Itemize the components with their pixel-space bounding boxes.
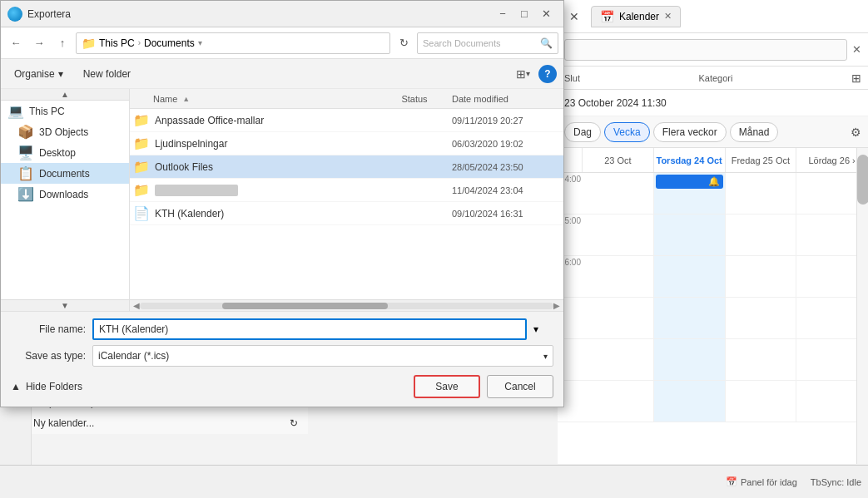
nav-up-btn[interactable]: ↑ bbox=[52, 33, 72, 53]
taskbar-right: 📅 Panel för idag TbSync: Idle bbox=[726, 476, 861, 487]
hscroll-left-arrow[interactable]: ◀ bbox=[133, 301, 140, 310]
cal-event-block[interactable]: 🔔 bbox=[656, 175, 723, 189]
tab-flera-veckor[interactable]: Flera veckor bbox=[653, 122, 727, 142]
cal-grid-row-15: 15:00 bbox=[558, 214, 868, 256]
cal-refresh-icon[interactable]: ↻ bbox=[290, 417, 298, 429]
col-header-status[interactable]: Status bbox=[377, 94, 452, 104]
cal-cell-23-16[interactable] bbox=[583, 256, 654, 297]
folder-icon-anpassade: 📁 bbox=[133, 112, 150, 128]
hscroll-track[interactable] bbox=[140, 303, 553, 309]
nav-scroll-down[interactable]: ▼ bbox=[1, 299, 129, 311]
calendar-search-clear[interactable]: ✕ bbox=[852, 43, 861, 56]
nav-item-documents[interactable]: 📋 Documents bbox=[1, 163, 129, 184]
cal-cell-25-14[interactable] bbox=[726, 173, 797, 214]
dialog-addressbar: ← → ↑ 📁 This PC › Documents ▾ ↻ Search D… bbox=[1, 27, 563, 59]
addr-pc[interactable]: This PC bbox=[99, 37, 135, 49]
dialog-minimize-btn[interactable]: − bbox=[492, 3, 513, 25]
col-header-date[interactable]: Date modified bbox=[452, 94, 560, 104]
dialog-close-btn[interactable]: ✕ bbox=[535, 3, 557, 25]
calendar-tab-close[interactable]: ✕ bbox=[664, 11, 672, 22]
cal-header-kategori: Kategori bbox=[698, 73, 732, 83]
new-folder-btn[interactable]: New folder bbox=[77, 66, 137, 82]
calendar-scroll-right[interactable] bbox=[856, 148, 868, 464]
hscroll-right-arrow[interactable]: ▶ bbox=[553, 301, 560, 310]
calendar-search-input[interactable] bbox=[564, 39, 847, 61]
file-list-header: Name ▲ Status Date modified bbox=[130, 89, 563, 109]
nav-item-downloads[interactable]: ⬇️ Downloads bbox=[1, 184, 129, 205]
cal-grid-row-14: 14:00 🔔 bbox=[558, 173, 868, 214]
hide-folders-label: Hide Folders bbox=[26, 381, 82, 392]
calendar-event-row[interactable]: 23 October 2024 11:30 bbox=[558, 90, 868, 116]
addr-folder[interactable]: Documents bbox=[144, 37, 195, 49]
cal-cell-25-15[interactable] bbox=[726, 214, 797, 255]
calendar-event-headers: Slut Kategori ⊞ bbox=[558, 67, 868, 90]
nav-label-3d: 3D Objects bbox=[39, 126, 88, 138]
cal-grid-row-16: 16:00 bbox=[558, 256, 868, 298]
save-button[interactable]: Save bbox=[414, 375, 480, 398]
cal-day-24oct[interactable]: Torsdag 24 Oct bbox=[654, 148, 726, 172]
nav-forward-btn[interactable]: → bbox=[29, 33, 49, 53]
addr-refresh-btn[interactable]: ↻ bbox=[394, 33, 414, 53]
file-row-anpassade[interactable]: 📁 Anpassade Office-mallar 09/11/2019 20:… bbox=[130, 109, 563, 132]
cal-cell-24-15[interactable] bbox=[654, 214, 726, 255]
file-hscrollbar[interactable]: ◀ ▶ bbox=[130, 299, 563, 311]
nav-back-btn[interactable]: ← bbox=[6, 33, 26, 53]
organise-label: Organise bbox=[14, 68, 55, 80]
nav-item-3dobjects[interactable]: 📦 3D Objects bbox=[1, 121, 129, 142]
filename-label: File name: bbox=[11, 323, 86, 335]
help-btn[interactable]: ? bbox=[538, 65, 557, 83]
cal-header-grid-icon[interactable]: ⊞ bbox=[851, 71, 861, 85]
taskbar-panel-today[interactable]: 📅 Panel för idag bbox=[726, 476, 797, 487]
taskbar: 📅 Panel för idag TbSync: Idle bbox=[0, 465, 868, 498]
file-row-ljud[interactable]: 📁 Ljudinspelningar 06/03/2020 19:02 bbox=[130, 132, 563, 155]
cal-cell-24-16[interactable] bbox=[654, 256, 726, 297]
cal-grid-row-extra2 bbox=[558, 339, 868, 381]
cal-day-23oct[interactable]: 23 Oct bbox=[583, 148, 654, 172]
savetype-label: Save as type: bbox=[11, 350, 86, 362]
file-date-ljud: 06/03/2020 19:02 bbox=[452, 139, 560, 149]
dialog-maximize-btn[interactable]: □ bbox=[513, 3, 535, 25]
nav-scroll-up[interactable]: ▲ bbox=[1, 89, 129, 101]
dialog-bottom: File name: ▾ Save as type: iCalendar (*.… bbox=[1, 311, 563, 407]
dialog-titlebar: Exportera − □ ✕ bbox=[1, 1, 563, 27]
nav-item-thispc[interactable]: 💻 This PC bbox=[1, 101, 129, 121]
savetype-select[interactable]: iCalendar (*.ics) ▾ bbox=[92, 345, 553, 367]
dialog-toolbar: Organise ▾ New folder ⊞ ▾ ? bbox=[1, 59, 563, 89]
calendar-tab[interactable]: 📅 Kalender ✕ bbox=[591, 6, 681, 27]
file-row-unnamed[interactable]: 📁 11/04/2024 23:04 bbox=[130, 179, 563, 202]
view-grid-icon: ⊞ bbox=[516, 67, 526, 81]
cal-cell-24-14[interactable]: 🔔 bbox=[654, 173, 726, 214]
cancel-button[interactable]: Cancel bbox=[487, 375, 553, 398]
tab-manad-label: Månad bbox=[739, 126, 770, 138]
hide-folders-toggle[interactable]: ▲ Hide Folders bbox=[11, 381, 82, 392]
cal-view-settings-icon[interactable]: ⚙ bbox=[851, 126, 861, 139]
col-status-label: Status bbox=[401, 94, 427, 104]
filename-dropdown-btn[interactable]: ▾ bbox=[533, 323, 553, 335]
file-dialog: Exportera − □ ✕ ← → ↑ 📁 This PC › Docume… bbox=[0, 0, 564, 407]
calendar-panel-close[interactable]: ✕ bbox=[561, 3, 588, 30]
file-row-kth[interactable]: 📄 KTH (Kalender) 09/10/2024 16:31 bbox=[130, 202, 563, 225]
file-row-outlook[interactable]: 📁 Outlook Files 28/05/2024 23:50 bbox=[130, 155, 563, 179]
file-date-outlook: 28/05/2024 23:50 bbox=[452, 162, 560, 172]
address-box[interactable]: 📁 This PC › Documents ▾ bbox=[76, 32, 390, 54]
tab-dag[interactable]: Dag bbox=[564, 122, 601, 142]
nav-item-desktop[interactable]: 🖥️ Desktop bbox=[1, 142, 129, 163]
tab-vecka[interactable]: Vecka bbox=[604, 122, 650, 142]
view-toggle-btn[interactable]: ⊞ ▾ bbox=[513, 66, 533, 82]
search-box[interactable]: Search Documents 🔍 bbox=[417, 32, 558, 54]
cal-cell-23-15[interactable] bbox=[583, 214, 654, 255]
addr-chevron[interactable]: ▾ bbox=[198, 38, 202, 47]
cal-vscroll-thumb[interactable] bbox=[857, 155, 868, 205]
cal-cell-25-16[interactable] bbox=[726, 256, 797, 297]
col-header-name[interactable]: Name ▲ bbox=[133, 94, 377, 104]
cal-day-25oct[interactable]: Fredag 25 Oct bbox=[726, 148, 797, 172]
tab-manad[interactable]: Månad bbox=[730, 122, 779, 142]
dialog-title: Exportera bbox=[27, 8, 492, 20]
organise-btn[interactable]: Organise ▾ bbox=[7, 66, 70, 82]
cal-cell-23-14[interactable] bbox=[583, 173, 654, 214]
filename-input[interactable] bbox=[92, 318, 527, 340]
cal-header-slut: Slut bbox=[564, 73, 580, 83]
cal-sidebar-ny-kalender[interactable]: 📅 Ny kalender... ↻ bbox=[0, 412, 308, 434]
hscroll-thumb[interactable] bbox=[222, 303, 388, 309]
col-name-label: Name bbox=[153, 94, 177, 104]
